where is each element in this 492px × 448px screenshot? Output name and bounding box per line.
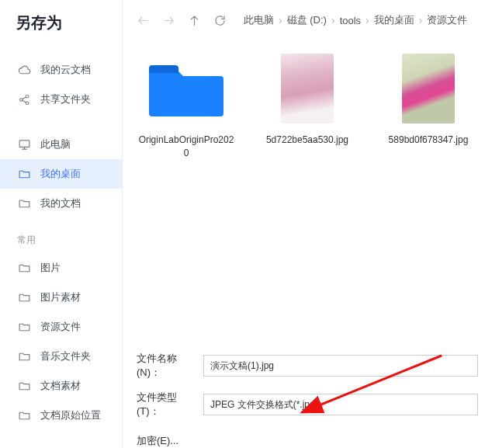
image-thumbnail xyxy=(390,51,467,126)
sidebar-item-this-pc[interactable]: 此电脑 xyxy=(0,130,122,159)
folder-icon xyxy=(17,167,31,181)
chevron-right-icon: › xyxy=(279,14,282,26)
dialog-title: 另存为 xyxy=(0,0,122,55)
sidebar-category-common: 常用 xyxy=(0,234,122,253)
sidebar-item-label: 音乐文件夹 xyxy=(40,349,91,363)
breadcrumb-segment[interactable]: tools xyxy=(340,15,361,26)
sidebar-item-resources[interactable]: 资源文件 xyxy=(0,312,122,342)
sidebar-item-shared-folder[interactable]: 共享文件夹 xyxy=(0,85,122,114)
nav-refresh-button[interactable] xyxy=(213,14,227,27)
sidebar-item-pictures[interactable]: 图片 xyxy=(0,253,122,283)
sidebar-item-label: 文档原始位置 xyxy=(40,408,101,422)
file-item-image[interactable]: 589bd0f678347.jpg xyxy=(379,51,478,147)
folder-icon xyxy=(17,196,31,210)
sidebar: 另存为 我的云文档 共享文件夹 此电脑 我的桌面 我的文档 常用 图片 图片素材… xyxy=(0,0,123,448)
sidebar-item-label: 文档素材 xyxy=(40,379,81,393)
toolbar: 此电脑› 磁盘 (D:)› tools› 我的桌面› 资源文件 xyxy=(123,0,492,40)
chevron-right-icon: › xyxy=(366,14,369,26)
breadcrumb-segment[interactable]: 磁盘 (D:) xyxy=(287,13,327,27)
breadcrumb-segment[interactable]: 我的桌面 xyxy=(374,13,414,27)
file-item-image[interactable]: 5d722be5aa530.jpg xyxy=(258,51,357,147)
folder-icon xyxy=(17,349,31,363)
filename-label: 文件名称(N)： xyxy=(137,352,192,380)
sidebar-item-label: 资源文件 xyxy=(40,320,81,334)
filetype-select[interactable] xyxy=(203,394,478,415)
sidebar-item-original-location[interactable]: 文档原始位置 xyxy=(0,401,122,430)
sidebar-item-label: 图片素材 xyxy=(40,290,81,304)
sidebar-item-label: 我的文档 xyxy=(40,196,81,210)
share-icon xyxy=(17,92,31,106)
folder-icon xyxy=(17,261,31,275)
svg-rect-3 xyxy=(19,140,29,147)
monitor-icon xyxy=(17,137,31,151)
chevron-right-icon: › xyxy=(331,14,335,26)
breadcrumb-segment[interactable]: 资源文件 xyxy=(427,13,467,27)
filetype-label: 文件类型(T)： xyxy=(137,391,192,418)
file-name: 5d722be5aa530.jpg xyxy=(266,134,348,147)
nav-forward-button[interactable] xyxy=(162,14,175,27)
file-item-folder[interactable]: OriginLabOriginPro2020 xyxy=(137,51,236,160)
sidebar-item-cloud-docs[interactable]: 我的云文档 xyxy=(0,55,122,85)
folder-icon xyxy=(17,320,31,334)
save-form: 文件名称(N)： 文件类型(T)： 加密(E)... xyxy=(123,346,492,448)
encrypt-button[interactable]: 加密(E)... xyxy=(137,429,478,448)
folder-icon xyxy=(17,290,31,304)
folder-icon xyxy=(147,51,225,126)
nav-back-button[interactable] xyxy=(137,14,150,27)
file-name: OriginLabOriginPro2020 xyxy=(137,134,236,160)
sidebar-item-label: 共享文件夹 xyxy=(40,92,91,106)
sidebar-item-label: 此电脑 xyxy=(40,137,71,151)
image-thumbnail xyxy=(269,51,346,126)
file-grid: OriginLabOriginPro2020 5d722be5aa530.jpg… xyxy=(123,40,492,346)
sidebar-item-label: 我的云文档 xyxy=(40,63,91,77)
cloud-icon xyxy=(17,63,31,77)
main-area: 此电脑› 磁盘 (D:)› tools› 我的桌面› 资源文件 OriginLa… xyxy=(123,0,492,448)
chevron-right-icon: › xyxy=(419,14,423,26)
folder-icon xyxy=(17,379,31,393)
breadcrumb-segment[interactable]: 此电脑 xyxy=(244,13,274,27)
sidebar-item-picture-assets[interactable]: 图片素材 xyxy=(0,283,122,312)
sidebar-item-my-documents[interactable]: 我的文档 xyxy=(0,189,122,218)
sidebar-item-document-assets[interactable]: 文档素材 xyxy=(0,371,122,401)
folder-icon xyxy=(17,408,31,422)
sidebar-item-my-desktop[interactable]: 我的桌面 xyxy=(0,159,122,189)
file-name: 589bd0f678347.jpg xyxy=(389,134,469,147)
sidebar-item-music-folder[interactable]: 音乐文件夹 xyxy=(0,342,122,371)
sidebar-item-label: 我的桌面 xyxy=(40,167,81,181)
breadcrumb: 此电脑› 磁盘 (D:)› tools› 我的桌面› 资源文件 xyxy=(244,13,467,27)
filename-input[interactable] xyxy=(203,355,478,377)
sidebar-item-label: 图片 xyxy=(40,261,61,275)
nav-up-button[interactable] xyxy=(188,14,201,27)
